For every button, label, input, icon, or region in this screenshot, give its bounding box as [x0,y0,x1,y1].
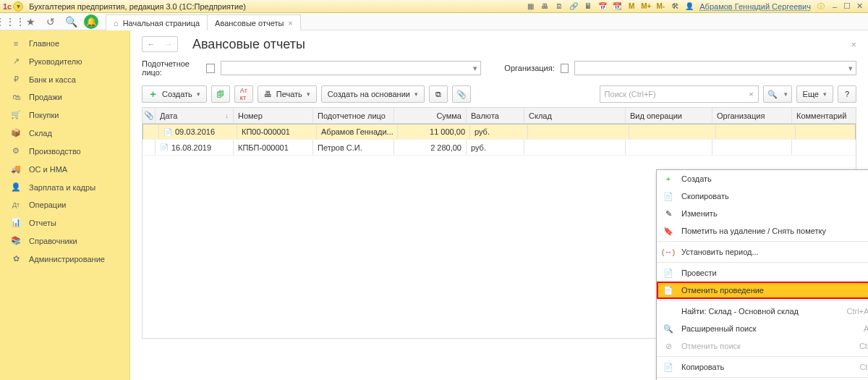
layout-button[interactable]: ⧉ [429,85,448,103]
page-close-button[interactable]: × [851,39,856,50]
star-icon[interactable]: ★ [20,13,41,30]
sidebar-item-main[interactable]: ≡Главное [0,35,129,52]
col-comment[interactable]: Комментарий [792,108,856,123]
menu-item[interactable]: 📄СкопироватьF9 [657,187,868,205]
menu-item[interactable]: 📄Отменить проведение [657,282,868,299]
mplus-btn[interactable]: M+ [640,1,652,12]
link-icon[interactable]: 🔗 [568,1,579,12]
col-sum[interactable]: Сумма [394,108,467,123]
sidebar-item-production[interactable]: ⚙Производство [0,142,129,160]
search-button[interactable]: 🔍▾ [763,85,792,103]
bell-icon[interactable]: 🔔 [84,14,98,29]
tabbar: ⌂ Начальная страница Авансовые отчеты × [106,13,300,30]
chart-icon: 📊 [10,218,22,227]
create-button[interactable]: ＋Создать▾ [142,85,207,103]
organization-label: Организация: [504,64,554,72]
history-icon[interactable]: ↺ [41,13,61,30]
calendar-icon[interactable]: 📅 [597,1,608,12]
sidebar-item-warehouse[interactable]: 📦Склад [0,124,129,142]
grid-icon[interactable]: ▦ [524,1,536,12]
col-warehouse[interactable]: Склад [524,108,626,123]
tab-home[interactable]: ⌂ Начальная страница [106,14,208,30]
content: ← → Авансовые отчеты × Подотчетное лицо:… [130,30,868,380]
copy-button[interactable]: 🗐 [211,85,230,103]
sidebar-item-directories[interactable]: 📚Справочники [0,232,129,250]
minimize-button[interactable]: – [829,1,841,12]
organization-select[interactable]: ▾ [574,61,856,75]
restore-button[interactable]: ☐ [841,1,853,12]
apps-icon[interactable]: ⋮⋮⋮ [0,13,20,30]
menu-item[interactable]: 🔍Расширенный поискAlt+F [657,320,868,337]
sidebar-item-admin[interactable]: ✿Администрирование [0,250,129,268]
box-icon: 📦 [10,128,22,138]
print-icon[interactable]: 🖶 [539,1,550,12]
calc-icon[interactable]: 🖩 [582,1,594,12]
page-title: Авансовые отчеты [192,37,305,52]
plus-icon: ＋ [148,88,158,101]
doc-icon[interactable]: 🗎 [553,1,565,12]
tools-icon[interactable]: 🛠 [669,1,681,12]
accountable-select[interactable]: ▾ [221,61,481,75]
menu-item[interactable]: 📄КопироватьCtrl+C [657,358,868,376]
col-accountable[interactable]: Подотчетное лицо [313,108,394,123]
sidebar-item-purchases[interactable]: 🛒Покупки [0,106,129,124]
close-window-button[interactable]: ✕ [854,1,865,12]
books-icon: 📚 [10,236,22,245]
posted-icon: 📄 [163,128,172,136]
menu-item: ⊘Отменить поискCtrl+Q [657,337,868,355]
sidebar-item-bank[interactable]: ₽Банк и касса [0,70,129,88]
menu-item[interactable]: Найти: Склад - Основной складCtrl+Alt+F [657,303,868,320]
menu-icon [663,305,674,317]
m-btn[interactable]: M [626,1,637,12]
sidebar-item-manager[interactable]: ↗Руководителю [0,52,129,70]
menu-item[interactable]: ✎ИзменитьF2 [657,205,868,222]
info-icon[interactable]: ⓘ [815,1,827,12]
dropdown-icon[interactable]: ▾ [13,1,23,12]
sidebar-item-sales[interactable]: 🛍Продажи [0,88,129,106]
sidebar-item-fixed-assets[interactable]: 🚚ОС и НМА [0,160,129,178]
dtk-button[interactable]: Аткт [234,85,253,103]
search-icon[interactable]: 🔍 [61,13,81,30]
sidebar-item-salary[interactable]: 👤Зарплата и кадры [0,178,129,196]
tab-advance-reports[interactable]: Авансовые отчеты × [207,14,301,30]
menu-icon: 🔍 [663,323,674,334]
menu-item[interactable]: 🔖Пометить на удаление / Снять пометкуDel [657,222,868,240]
attach-button[interactable]: 📎 [452,85,471,103]
menu-icon: 📄 [663,267,674,279]
col-currency[interactable]: Валюта [467,108,524,123]
accountable-checkbox[interactable] [206,64,214,73]
sidebar-item-operations[interactable]: ДтОперации [0,196,129,214]
search-clear-icon[interactable]: × [749,90,753,98]
menu-icon: 📄 [663,361,674,373]
nav-forward-button[interactable]: → [160,37,177,51]
filter-bar: Подотчетное лицо: ▾ Организация: ▾ [130,55,868,81]
app-logo-icon: 1c [3,2,12,11]
current-user[interactable]: Абрамов Геннадий Сергеевич [699,2,811,11]
page-header: ← → Авансовые отчеты × [130,30,868,55]
person-icon: 👤 [10,182,22,192]
window-titlebar: 1c ▾ Бухгалтерия предприятия, редакция 3… [0,0,868,13]
menu-item[interactable]: +СоздатьIns [657,170,868,187]
search-input[interactable]: Поиск (Ctrl+F)× [600,85,759,103]
tab-close-icon[interactable]: × [288,19,292,28]
col-date[interactable]: Дата↓ [156,108,234,123]
col-operation[interactable]: Вид операции [626,108,712,123]
menu-item[interactable]: (↔)Установить период... [657,243,868,261]
help-button[interactable]: ? [838,85,856,103]
nav-back-button[interactable]: ← [142,37,160,51]
truck-icon: 🚚 [10,164,22,174]
calendar2-icon[interactable]: 📆 [611,1,623,12]
col-attach-icon[interactable]: 📎 [142,108,156,123]
more-button[interactable]: Еще▾ [796,85,833,103]
menu-item[interactable]: 📄Провести [657,264,868,282]
col-organization[interactable]: Организация [712,108,792,123]
sidebar-item-reports[interactable]: 📊Отчеты [0,214,129,232]
print-button[interactable]: 🖶Печать▾ [258,85,317,103]
create-based-button[interactable]: Создать на основании▾ [321,85,425,103]
col-number[interactable]: Номер [234,108,313,123]
window-title: Бухгалтерия предприятия, редакция 3.0 (1… [29,2,246,11]
table-row[interactable]: 📄09.03.2016 КП00-000001 Абрамов Геннади.… [142,124,856,140]
mminus-btn[interactable]: M- [655,1,666,12]
table-row[interactable]: 📄16.08.2019 КПБП-000001 Петров С.И. 2 28… [142,140,856,156]
organization-checkbox[interactable] [561,64,569,73]
